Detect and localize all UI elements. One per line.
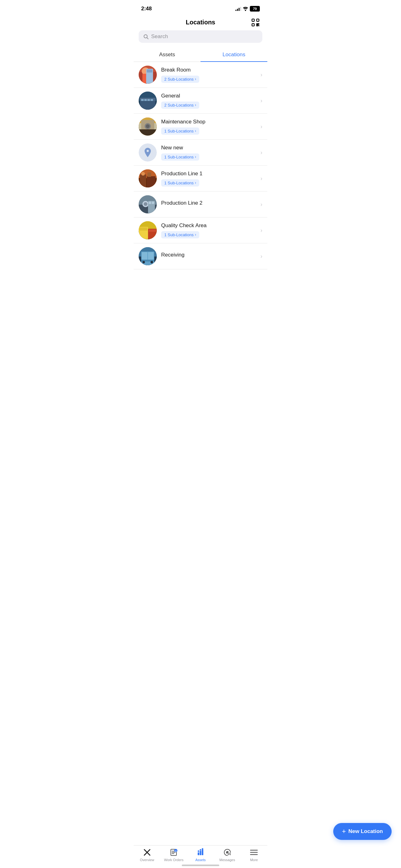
location-name: Maintenance Shop xyxy=(161,119,256,125)
svg-rect-55 xyxy=(139,227,147,230)
list-item[interactable]: Production Line 2› xyxy=(134,191,267,217)
chevron-right-small-icon: › xyxy=(195,232,196,237)
tabs: Assets Locations xyxy=(134,48,267,62)
list-item[interactable]: Quality Check Area1 Sub-Locations›› xyxy=(134,217,267,243)
svg-rect-22 xyxy=(147,99,150,101)
sub-locations-badge[interactable]: 2 Sub-Locations› xyxy=(161,101,199,109)
svg-rect-64 xyxy=(148,252,154,260)
chevron-right-icon: › xyxy=(261,71,262,78)
tab-assets[interactable]: Assets xyxy=(134,48,201,62)
location-name: Receiving xyxy=(161,252,256,258)
svg-rect-37 xyxy=(140,174,146,187)
sub-locations-badge[interactable]: 1 Sub-Locations› xyxy=(161,127,199,135)
svg-rect-39 xyxy=(147,173,151,177)
scan-icon xyxy=(251,18,260,27)
chevron-right-icon: › xyxy=(261,201,262,208)
svg-point-67 xyxy=(151,261,153,264)
status-time: 2:48 xyxy=(141,6,152,12)
chevron-right-icon: › xyxy=(261,175,262,182)
svg-point-46 xyxy=(144,202,147,206)
location-name: General xyxy=(161,93,256,99)
svg-line-5 xyxy=(147,37,148,39)
svg-rect-48 xyxy=(149,202,151,204)
wifi-icon xyxy=(243,6,248,11)
status-bar: 2:48 79 xyxy=(134,0,267,16)
svg-rect-20 xyxy=(141,99,144,101)
chevron-right-icon: › xyxy=(261,227,262,234)
list-item[interactable]: Maintenance Shop1 Sub-Locations›› xyxy=(134,114,267,140)
signal-icon xyxy=(235,6,241,11)
svg-rect-21 xyxy=(144,99,147,101)
location-avatar xyxy=(139,66,157,84)
svg-rect-1 xyxy=(252,19,254,21)
svg-rect-63 xyxy=(142,252,147,260)
search-placeholder: Search xyxy=(151,33,168,40)
location-avatar xyxy=(139,118,157,135)
location-avatar xyxy=(139,221,157,239)
page-header: Locations xyxy=(134,16,267,30)
sub-locations-badge[interactable]: 1 Sub-Locations› xyxy=(161,179,199,187)
chevron-right-small-icon: › xyxy=(195,103,196,107)
svg-point-66 xyxy=(142,261,145,264)
chevron-right-icon: › xyxy=(261,97,262,104)
svg-rect-2 xyxy=(257,19,259,21)
location-name: Production Line 2 xyxy=(161,200,256,206)
location-avatar xyxy=(139,247,157,265)
svg-point-40 xyxy=(141,172,145,176)
search-icon xyxy=(143,34,149,39)
list-item[interactable]: New new1 Sub-Locations›› xyxy=(134,140,267,165)
status-icons: 79 xyxy=(235,6,260,11)
location-name: Break Room xyxy=(161,67,256,73)
tab-locations[interactable]: Locations xyxy=(201,48,267,62)
svg-rect-13 xyxy=(147,69,153,72)
chevron-right-small-icon: › xyxy=(195,155,196,159)
location-avatar xyxy=(139,195,157,213)
sub-locations-badge[interactable]: 2 Sub-Locations› xyxy=(161,75,199,83)
chevron-right-icon: › xyxy=(261,149,262,156)
chevron-right-small-icon: › xyxy=(195,181,196,185)
battery-indicator: 79 xyxy=(250,6,260,11)
scan-button[interactable] xyxy=(250,17,261,28)
svg-point-0 xyxy=(245,10,246,11)
location-avatar xyxy=(139,92,157,110)
chevron-right-small-icon: › xyxy=(195,77,196,81)
svg-rect-23 xyxy=(151,99,153,101)
chevron-right-icon: › xyxy=(261,253,262,260)
location-name: New new xyxy=(161,145,256,151)
search-bar[interactable]: Search xyxy=(139,30,262,43)
svg-rect-38 xyxy=(147,176,156,187)
chevron-right-icon: › xyxy=(261,123,262,130)
list-item[interactable]: General2 Sub-Locations›› xyxy=(134,88,267,114)
location-name: Production Line 1 xyxy=(161,170,256,177)
page-title: Locations xyxy=(186,19,215,26)
svg-rect-57 xyxy=(149,229,156,232)
location-name: Quality Check Area xyxy=(161,222,256,229)
svg-point-31 xyxy=(146,124,149,128)
sub-locations-badge[interactable]: 1 Sub-Locations› xyxy=(161,231,199,239)
location-avatar xyxy=(139,169,157,187)
location-avatar xyxy=(139,144,157,161)
svg-rect-3 xyxy=(252,24,254,26)
location-list: Break Room2 Sub-Locations››General2 Sub-… xyxy=(134,62,267,269)
search-container: Search xyxy=(134,30,267,48)
list-item[interactable]: Break Room2 Sub-Locations›› xyxy=(134,62,267,88)
chevron-right-small-icon: › xyxy=(195,129,196,133)
list-item[interactable]: Receiving› xyxy=(134,243,267,269)
svg-rect-49 xyxy=(152,202,154,204)
sub-locations-badge[interactable]: 1 Sub-Locations› xyxy=(161,153,199,161)
list-item[interactable]: Production Line 11 Sub-Locations›› xyxy=(134,165,267,191)
